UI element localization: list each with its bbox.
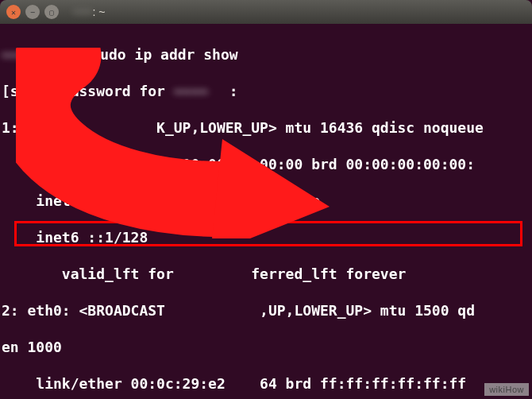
output-line: valid_lft for ferred_lft forever	[2, 265, 530, 283]
output-line: en 1000	[2, 338, 530, 356]
output-line: 1: l K_UP,LOWER_UP> mtu 16436 qdisc noqu…	[2, 118, 530, 137]
close-icon[interactable]: ✕	[6, 5, 21, 19]
command-text: sudo ip addr show	[91, 46, 237, 63]
red-highlight-box	[14, 221, 522, 246]
window-title: ~~~: ~	[73, 6, 106, 18]
window-titlebar: ✕ − ▢ ~~~: ~	[0, 0, 532, 24]
output-line: inet 127.0. ope ost lo	[2, 192, 530, 210]
minimize-icon[interactable]: −	[25, 5, 40, 19]
output-line: link/lo 0:00:00:00:00:00 brd 00:00:00:00…	[2, 155, 530, 173]
maximize-icon[interactable]: ▢	[44, 5, 59, 19]
watermark: wikiHow	[484, 383, 529, 396]
output-line: 2: eth0: <BROADCAST ,UP,LOWER_UP> mtu 15…	[2, 301, 530, 320]
terminal-output[interactable]: ~~~~:~$ sudo ip addr show [sudo] passwor…	[0, 24, 532, 399]
output-line: link/ether 00:0c:29:e2 64 brd ff:ff:ff:f…	[2, 374, 530, 393]
